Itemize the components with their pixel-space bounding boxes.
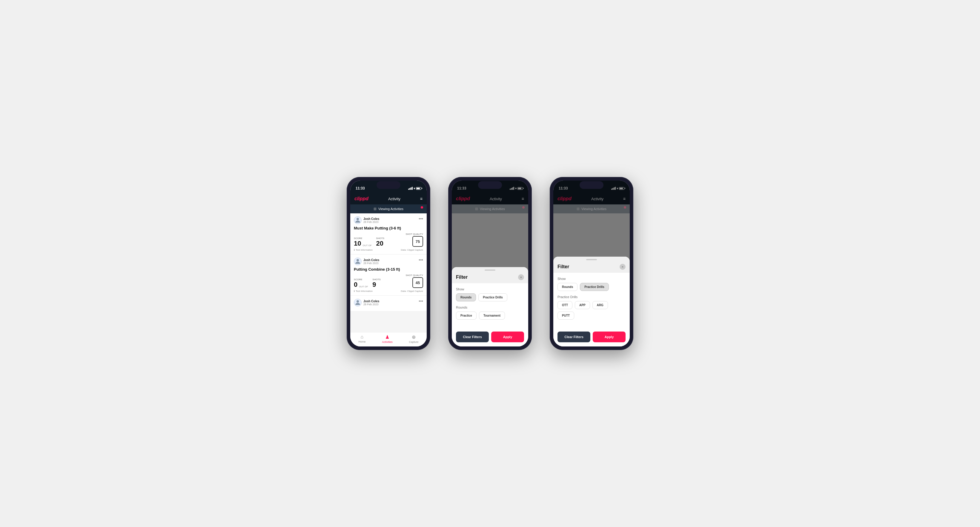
tournament-round-btn[interactable]: Tournament [479, 311, 505, 320]
sheet-header-3: Filter × [553, 262, 630, 273]
shots-group-2: Shots 9 [372, 278, 381, 288]
apply-btn-2[interactable]: Apply [491, 332, 524, 342]
card-stats-1: Score 10 OUT OF Shots 20 Shot Quality [354, 233, 423, 247]
signal-bar-2 [409, 188, 410, 190]
signal-bar-3 [410, 187, 412, 190]
card-header-2: Josh Coles 28 Feb 2023 ••• [354, 257, 423, 265]
test-info-2: ℹ Test Information [354, 290, 373, 292]
sheet-body-3: Show Rounds Practice Drills Practice Dri… [553, 273, 630, 328]
show-label-2: Show [456, 287, 524, 291]
nav-home[interactable]: ⌂ Home [358, 334, 366, 343]
nav-activities[interactable]: ♟ Activities [382, 334, 393, 343]
user-name-2: Josh Coles [363, 259, 379, 262]
nav-capture[interactable]: ⊕ Capture [409, 334, 418, 343]
show-buttons-2: Rounds Practice Drills [456, 293, 524, 302]
sq-label-2: Shot Quality [406, 274, 423, 277]
wifi-icon: ▾ [414, 187, 415, 190]
rounds-show-btn-2[interactable]: Rounds [456, 293, 476, 302]
card-more-3[interactable]: ••• [418, 299, 423, 303]
shots-value-1: 20 [376, 240, 385, 247]
score-value-1: 10 [354, 240, 361, 247]
viewing-bar-1[interactable]: ⊞ Viewing Activities [350, 205, 427, 213]
phone-3-screen: 11:33 ▾ clippd Activity [553, 181, 630, 346]
filter-overlay-3: Filter × Show Rounds Practice Drills Pra… [553, 181, 630, 346]
svg-point-2 [356, 300, 359, 303]
notification-dot-1 [421, 206, 423, 209]
phone-1: 11:33 ▾ clippd Activity [347, 177, 430, 350]
handle-bar-3 [586, 259, 597, 260]
sheet-footer-3: Clear Filters Apply [553, 328, 630, 346]
out-of-2: OUT OF [359, 285, 368, 288]
card-header-3: Josh Coles 28 Feb 2023 ••• [354, 299, 423, 306]
menu-icon-1[interactable]: ≡ [420, 196, 423, 201]
sq-badge-2: 45 [412, 277, 423, 288]
sheet-header-2: Filter × [452, 272, 528, 283]
test-info-1: ℹ Test Information [354, 249, 373, 251]
practice-drills-show-btn-3[interactable]: Practice Drills [580, 283, 609, 291]
card-footer-1: ℹ Test Information Data: Clippd Capture [354, 249, 423, 251]
home-icon: ⌂ [361, 334, 364, 340]
user-info-2: Josh Coles 28 Feb 2023 [354, 257, 379, 265]
user-info-3: Josh Coles 28 Feb 2023 [354, 299, 379, 306]
avatar-1 [354, 216, 361, 224]
dynamic-island-2 [478, 181, 502, 189]
arg-btn[interactable]: ARG [592, 301, 608, 309]
clear-filters-btn-3[interactable]: Clear Filters [557, 332, 590, 342]
shot-quality-group-2: Shot Quality 45 [406, 274, 423, 288]
sheet-title-2: Filter [456, 275, 468, 280]
status-icons-1: ▾ [408, 187, 421, 190]
info-icon-2: ℹ [354, 290, 355, 292]
data-source-2: Data: Clippd Capture [401, 290, 423, 292]
practice-drills-show-btn-2[interactable]: Practice Drills [478, 293, 508, 302]
practice-round-btn[interactable]: Practice [456, 311, 477, 320]
data-source-1: Data: Clippd Capture [401, 249, 423, 251]
score-inline-2: 0 OUT OF [354, 281, 369, 288]
user-name-3: Josh Coles [363, 300, 379, 303]
apply-btn-3[interactable]: Apply [593, 332, 625, 342]
card-title-1: Must Make Putting (3-6 ft) [354, 226, 423, 230]
bottom-nav-1: ⌂ Home ♟ Activities ⊕ Capture [350, 332, 427, 346]
score-group-1: Score 10 OUT OF [354, 237, 373, 247]
user-name-date-3: Josh Coles 28 Feb 2023 [363, 300, 379, 306]
sheet-footer-2: Clear Filters Apply [452, 328, 528, 346]
phone-2: 11:33 ▾ clippd Activity [448, 177, 532, 350]
app-btn[interactable]: APP [575, 301, 590, 309]
practice-section-label-3: Practice Drills [557, 295, 625, 299]
handle-bar-2 [485, 270, 495, 271]
score-label-1: Score [354, 237, 373, 240]
user-name-date-1: Josh Coles 28 Feb 2023 [363, 217, 379, 224]
svg-point-1 [356, 259, 359, 262]
dynamic-island-3 [579, 181, 603, 189]
info-icon-1: ℹ [354, 249, 355, 251]
battery-icon [416, 187, 421, 190]
sheet-body-2: Show Rounds Practice Drills Rounds Pract… [452, 283, 528, 328]
avatar-icon-2 [354, 258, 361, 265]
score-label-2: Score [354, 278, 369, 281]
rounds-show-btn-3[interactable]: Rounds [557, 283, 578, 291]
filter-sheet-2: Filter × Show Rounds Practice Drills Rou… [452, 267, 528, 346]
nav-title-1: Activity [388, 197, 401, 201]
clear-filters-btn-2[interactable]: Clear Filters [456, 332, 489, 342]
sheet-close-2[interactable]: × [518, 274, 524, 280]
show-buttons-3: Rounds Practice Drills [557, 283, 625, 291]
activity-card-2: Josh Coles 28 Feb 2023 ••• Putting Combi… [350, 254, 427, 296]
activities-icon: ♟ [385, 334, 389, 340]
activities-label: Activities [382, 340, 393, 343]
sq-label-1: Shot Quality [406, 233, 423, 235]
card-more-2[interactable]: ••• [418, 257, 423, 262]
home-label: Home [358, 340, 366, 343]
ott-btn[interactable]: OTT [557, 301, 573, 309]
signal-bar-4 [412, 187, 413, 190]
sheet-close-3[interactable]: × [620, 264, 625, 270]
filter-overlay-2: Filter × Show Rounds Practice Drills Rou… [452, 181, 528, 346]
phones-container: 11:33 ▾ clippd Activity [347, 177, 633, 350]
shots-group-1: Shots 20 [376, 237, 385, 247]
svg-point-0 [356, 218, 359, 220]
card-more-1[interactable]: ••• [418, 216, 423, 221]
phone-1-screen: 11:33 ▾ clippd Activity [350, 181, 427, 346]
putt-btn[interactable]: PUTT [557, 311, 574, 320]
dynamic-island [377, 181, 401, 189]
phone-3: 11:33 ▾ clippd Activity [550, 177, 633, 350]
battery-fill [417, 188, 420, 189]
card-stats-2: Score 0 OUT OF Shots 9 Shot Quality [354, 274, 423, 288]
